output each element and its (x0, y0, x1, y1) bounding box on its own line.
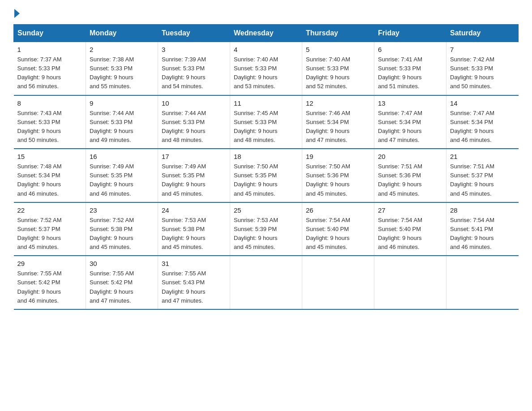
day-cell: 9 Sunrise: 7:44 AMSunset: 5:33 PMDayligh… (86, 95, 158, 149)
day-info: Sunrise: 7:52 AMSunset: 5:38 PMDaylight:… (90, 216, 154, 252)
column-header-monday: Monday (86, 25, 158, 42)
day-info: Sunrise: 7:46 AMSunset: 5:34 PMDaylight:… (306, 109, 370, 145)
day-cell: 20 Sunrise: 7:51 AMSunset: 5:36 PMDaylig… (374, 149, 446, 202)
day-cell: 10 Sunrise: 7:44 AMSunset: 5:33 PMDaylig… (158, 95, 230, 149)
day-cell (302, 256, 374, 309)
logo-arrow-icon (14, 9, 20, 18)
day-number: 13 (378, 99, 442, 107)
day-number: 6 (378, 46, 442, 53)
day-info: Sunrise: 7:54 AMSunset: 5:40 PMDaylight:… (378, 216, 442, 252)
day-cell: 31 Sunrise: 7:55 AMSunset: 5:43 PMDaylig… (158, 256, 230, 309)
day-info: Sunrise: 7:49 AMSunset: 5:35 PMDaylight:… (162, 162, 226, 198)
day-number: 24 (162, 206, 226, 214)
day-cell: 22 Sunrise: 7:52 AMSunset: 5:37 PMDaylig… (14, 202, 86, 256)
day-info: Sunrise: 7:54 AMSunset: 5:41 PMDaylight:… (450, 216, 515, 252)
day-number: 16 (90, 153, 154, 160)
page-header (13, 9, 519, 16)
calendar-header-row: SundayMondayTuesdayWednesdayThursdayFrid… (14, 25, 519, 42)
day-info: Sunrise: 7:39 AMSunset: 5:33 PMDaylight:… (162, 55, 226, 91)
week-row-2: 8 Sunrise: 7:43 AMSunset: 5:33 PMDayligh… (14, 95, 519, 149)
day-cell: 13 Sunrise: 7:47 AMSunset: 5:34 PMDaylig… (374, 95, 446, 149)
day-cell: 6 Sunrise: 7:41 AMSunset: 5:33 PMDayligh… (374, 42, 446, 95)
day-number: 26 (306, 206, 370, 214)
day-number: 19 (306, 153, 370, 160)
day-info: Sunrise: 7:44 AMSunset: 5:33 PMDaylight:… (162, 109, 226, 145)
day-number: 17 (162, 153, 226, 160)
day-number: 4 (234, 46, 298, 53)
day-cell: 30 Sunrise: 7:55 AMSunset: 5:42 PMDaylig… (86, 256, 158, 309)
day-info: Sunrise: 7:38 AMSunset: 5:33 PMDaylight:… (90, 55, 154, 91)
day-info: Sunrise: 7:41 AMSunset: 5:33 PMDaylight:… (378, 55, 442, 91)
day-cell: 5 Sunrise: 7:40 AMSunset: 5:33 PMDayligh… (302, 42, 374, 95)
day-info: Sunrise: 7:37 AMSunset: 5:33 PMDaylight:… (17, 55, 82, 91)
day-cell: 16 Sunrise: 7:49 AMSunset: 5:35 PMDaylig… (86, 149, 158, 202)
calendar-table: SundayMondayTuesdayWednesdayThursdayFrid… (13, 24, 519, 310)
day-info: Sunrise: 7:43 AMSunset: 5:33 PMDaylight:… (17, 109, 82, 145)
week-row-3: 15 Sunrise: 7:48 AMSunset: 5:34 PMDaylig… (14, 149, 519, 202)
day-cell: 27 Sunrise: 7:54 AMSunset: 5:40 PMDaylig… (374, 202, 446, 256)
day-info: Sunrise: 7:47 AMSunset: 5:34 PMDaylight:… (378, 109, 442, 145)
day-cell: 4 Sunrise: 7:40 AMSunset: 5:33 PMDayligh… (230, 42, 302, 95)
day-cell: 1 Sunrise: 7:37 AMSunset: 5:33 PMDayligh… (14, 42, 86, 95)
day-number: 27 (378, 206, 442, 214)
day-number: 9 (90, 99, 154, 107)
day-number: 11 (234, 99, 298, 107)
day-cell: 25 Sunrise: 7:53 AMSunset: 5:39 PMDaylig… (230, 202, 302, 256)
day-info: Sunrise: 7:42 AMSunset: 5:33 PMDaylight:… (450, 55, 515, 91)
day-number: 10 (162, 99, 226, 107)
day-number: 8 (17, 99, 82, 107)
day-info: Sunrise: 7:45 AMSunset: 5:33 PMDaylight:… (234, 109, 298, 145)
column-header-friday: Friday (374, 25, 446, 42)
day-cell (446, 256, 519, 309)
day-number: 15 (17, 153, 82, 160)
day-info: Sunrise: 7:51 AMSunset: 5:37 PMDaylight:… (450, 162, 515, 198)
day-info: Sunrise: 7:53 AMSunset: 5:39 PMDaylight:… (234, 216, 298, 252)
day-number: 3 (162, 46, 226, 53)
day-number: 25 (234, 206, 298, 214)
day-cell: 26 Sunrise: 7:54 AMSunset: 5:40 PMDaylig… (302, 202, 374, 256)
day-cell (374, 256, 446, 309)
day-cell: 29 Sunrise: 7:55 AMSunset: 5:42 PMDaylig… (14, 256, 86, 309)
column-header-wednesday: Wednesday (230, 25, 302, 42)
column-header-tuesday: Tuesday (158, 25, 230, 42)
day-info: Sunrise: 7:54 AMSunset: 5:40 PMDaylight:… (306, 216, 370, 252)
day-cell: 3 Sunrise: 7:39 AMSunset: 5:33 PMDayligh… (158, 42, 230, 95)
day-number: 7 (450, 46, 515, 53)
day-number: 5 (306, 46, 370, 53)
day-number: 31 (162, 260, 226, 267)
day-number: 18 (234, 153, 298, 160)
week-row-1: 1 Sunrise: 7:37 AMSunset: 5:33 PMDayligh… (14, 42, 519, 95)
day-info: Sunrise: 7:52 AMSunset: 5:37 PMDaylight:… (17, 216, 82, 252)
day-info: Sunrise: 7:55 AMSunset: 5:42 PMDaylight:… (17, 269, 82, 305)
day-cell: 28 Sunrise: 7:54 AMSunset: 5:41 PMDaylig… (446, 202, 519, 256)
day-number: 23 (90, 206, 154, 214)
day-cell: 23 Sunrise: 7:52 AMSunset: 5:38 PMDaylig… (86, 202, 158, 256)
day-cell: 18 Sunrise: 7:50 AMSunset: 5:35 PMDaylig… (230, 149, 302, 202)
day-info: Sunrise: 7:51 AMSunset: 5:36 PMDaylight:… (378, 162, 442, 198)
day-cell: 15 Sunrise: 7:48 AMSunset: 5:34 PMDaylig… (14, 149, 86, 202)
day-info: Sunrise: 7:55 AMSunset: 5:43 PMDaylight:… (162, 269, 226, 305)
day-info: Sunrise: 7:44 AMSunset: 5:33 PMDaylight:… (90, 109, 154, 145)
column-header-thursday: Thursday (302, 25, 374, 42)
day-cell: 7 Sunrise: 7:42 AMSunset: 5:33 PMDayligh… (446, 42, 519, 95)
day-info: Sunrise: 7:53 AMSunset: 5:38 PMDaylight:… (162, 216, 226, 252)
week-row-4: 22 Sunrise: 7:52 AMSunset: 5:37 PMDaylig… (14, 202, 519, 256)
day-number: 2 (90, 46, 154, 53)
column-header-sunday: Sunday (14, 25, 86, 42)
day-number: 22 (17, 206, 82, 214)
day-cell: 17 Sunrise: 7:49 AMSunset: 5:35 PMDaylig… (158, 149, 230, 202)
day-cell: 2 Sunrise: 7:38 AMSunset: 5:33 PMDayligh… (86, 42, 158, 95)
day-cell: 19 Sunrise: 7:50 AMSunset: 5:36 PMDaylig… (302, 149, 374, 202)
day-info: Sunrise: 7:50 AMSunset: 5:36 PMDaylight:… (306, 162, 370, 198)
day-cell (230, 256, 302, 309)
day-number: 1 (17, 46, 82, 53)
day-info: Sunrise: 7:48 AMSunset: 5:34 PMDaylight:… (17, 162, 82, 198)
day-number: 30 (90, 260, 154, 267)
day-number: 20 (378, 153, 442, 160)
day-cell: 8 Sunrise: 7:43 AMSunset: 5:33 PMDayligh… (14, 95, 86, 149)
column-header-saturday: Saturday (446, 25, 519, 42)
logo (13, 9, 21, 16)
day-number: 28 (450, 206, 515, 214)
day-info: Sunrise: 7:49 AMSunset: 5:35 PMDaylight:… (90, 162, 154, 198)
day-cell: 12 Sunrise: 7:46 AMSunset: 5:34 PMDaylig… (302, 95, 374, 149)
